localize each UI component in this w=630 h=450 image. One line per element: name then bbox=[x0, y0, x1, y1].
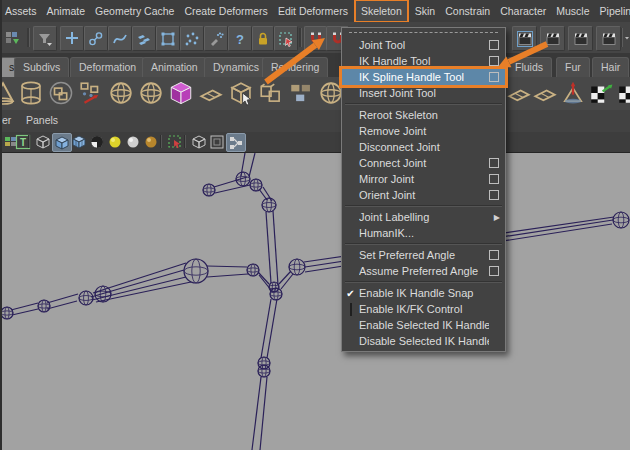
menu-item-enable-selected-ik-handles[interactable]: Enable Selected IK Handles bbox=[342, 317, 505, 333]
selection-marquee-icon[interactable] bbox=[166, 133, 184, 150]
shelf-tab-subdivs[interactable]: Subdivs bbox=[14, 57, 69, 77]
shelf-tab-fur[interactable]: Fur bbox=[556, 57, 590, 77]
main-menubar: AssetsAnimateGeometry CacheCreate Deform… bbox=[0, 0, 630, 23]
select-misc-icon[interactable]: ? bbox=[228, 26, 252, 51]
render-settings-icon[interactable] bbox=[596, 26, 621, 51]
shelf-plane-icon[interactable] bbox=[198, 80, 224, 106]
shelf-tab-deformation[interactable]: Deformation bbox=[70, 57, 145, 77]
menu-item-humanik-[interactable]: HumanIK... bbox=[342, 225, 505, 241]
menubar-item-character[interactable]: Character bbox=[495, 1, 551, 21]
option-box-icon[interactable] bbox=[489, 158, 499, 168]
shelf-plane2-icon[interactable] bbox=[506, 80, 532, 106]
menu-item-remove-joint[interactable]: Remove Joint bbox=[342, 123, 505, 139]
shelf-cube-circle-icon[interactable] bbox=[48, 80, 74, 106]
menubar-item-pipeline-cache[interactable]: Pipeline Cache bbox=[595, 1, 630, 21]
select-particles-icon[interactable] bbox=[180, 26, 204, 51]
shelf-tab-hair[interactable]: Hair bbox=[592, 57, 629, 77]
menu-item-disable-selected-ik-handles[interactable]: Disable Selected IK Handles bbox=[342, 333, 505, 349]
shelf-plane3-icon[interactable] bbox=[532, 80, 558, 106]
shelf-checker-flag-icon[interactable] bbox=[616, 80, 630, 106]
menubar-item-geometry-cache[interactable]: Geometry Cache bbox=[90, 1, 179, 21]
shelf-cone-icon[interactable] bbox=[0, 80, 16, 106]
shelf-sphere-icon[interactable] bbox=[108, 80, 134, 106]
shelf-tab-dynamics[interactable]: Dynamics bbox=[204, 57, 268, 77]
snap-grid-magnet-icon[interactable] bbox=[304, 26, 327, 51]
wireframe-mode-icon[interactable] bbox=[34, 133, 52, 150]
menubar-item-constrain[interactable]: Constrain bbox=[440, 1, 495, 21]
use-default-material-icon[interactable] bbox=[88, 133, 106, 150]
option-column bbox=[489, 266, 505, 276]
skeleton-dropdown-menu: Joint ToolIK Handle ToolIK Spline Handle… bbox=[341, 27, 506, 352]
menu-item-enable-ik-fk-control[interactable]: Enable IK/FK Control bbox=[342, 301, 505, 317]
lock-selection-icon[interactable] bbox=[252, 26, 274, 51]
toolbar-expand-arrow-icon[interactable] bbox=[623, 26, 630, 49]
lighting-white-sphere-icon[interactable] bbox=[124, 133, 142, 150]
option-box-icon[interactable] bbox=[489, 72, 499, 82]
shelf-cubes-arrow-icon[interactable] bbox=[78, 80, 104, 106]
menu-item-ik-handle-tool[interactable]: IK Handle Tool bbox=[342, 53, 505, 69]
isolate-cube-icon[interactable] bbox=[190, 133, 208, 150]
menu-item-joint-tool[interactable]: Joint Tool bbox=[342, 37, 505, 53]
option-box-icon[interactable] bbox=[489, 40, 499, 50]
panels-menu[interactable]: Panels bbox=[26, 110, 58, 131]
shelf-magenta-cube-icon[interactable] bbox=[168, 80, 194, 106]
shelf-cube-cursor-icon[interactable] bbox=[228, 80, 254, 106]
unchecked-dark-checkbox[interactable] bbox=[350, 303, 352, 316]
menubar-item-assets[interactable]: Assets bbox=[0, 1, 42, 21]
select-handles-icon[interactable] bbox=[60, 26, 84, 51]
menubar-item-animate[interactable]: Animate bbox=[42, 1, 91, 21]
select-curves-icon[interactable] bbox=[108, 26, 132, 51]
menu-item-insert-joint-tool[interactable]: Insert Joint Tool bbox=[342, 85, 505, 101]
filter-funnel-icon[interactable] bbox=[33, 26, 57, 51]
menu-item-assume-preferred-angle[interactable]: Assume Preferred Angle bbox=[342, 263, 505, 279]
menu-item-disconnect-joint[interactable]: Disconnect Joint bbox=[342, 139, 505, 155]
menu-tearoff-handle[interactable] bbox=[349, 32, 498, 34]
render-frame-icon[interactable] bbox=[512, 26, 537, 51]
shaded-mode-icon[interactable] bbox=[52, 133, 72, 152]
menu-item-joint-labelling[interactable]: Joint Labelling▶ bbox=[342, 209, 505, 225]
shelf-barrel-icon[interactable] bbox=[18, 80, 44, 106]
shelf-tab-animation[interactable]: Animation bbox=[142, 57, 207, 77]
option-box-icon[interactable] bbox=[489, 190, 499, 200]
frame-square-icon[interactable] bbox=[208, 133, 226, 150]
menu-item-set-preferred-angle[interactable]: Set Preferred Angle bbox=[342, 247, 505, 263]
viewport[interactable] bbox=[0, 152, 630, 450]
menubar-item-edit-deformers[interactable]: Edit Deformers bbox=[273, 1, 353, 21]
menubar-item-skeleton[interactable]: Skeleton bbox=[356, 1, 407, 21]
ipl-render-icon[interactable]: IPL bbox=[568, 26, 593, 51]
shelf-tab-fluids[interactable]: Fluids bbox=[506, 57, 552, 77]
select-lattices-icon[interactable] bbox=[156, 26, 180, 51]
shelf-cone-emitter-icon[interactable] bbox=[560, 80, 586, 106]
menu-item-orient-joint[interactable]: Orient Joint bbox=[342, 187, 505, 203]
shelf-panes-icon[interactable] bbox=[288, 80, 314, 106]
hypergraph-connector-icon[interactable] bbox=[226, 133, 246, 152]
menu-item-ik-spline-handle-tool[interactable]: IK Spline Handle Tool bbox=[342, 69, 505, 85]
menu-item-reroot-skeleton[interactable]: Reroot Skeleton bbox=[342, 107, 505, 123]
skeleton-wireframe[interactable] bbox=[0, 153, 630, 450]
select-rendering-icon[interactable] bbox=[204, 26, 228, 51]
option-box-icon[interactable] bbox=[489, 174, 499, 184]
menu-set-grid-icon[interactable] bbox=[2, 26, 24, 49]
option-box-icon[interactable] bbox=[489, 250, 499, 260]
option-box-icon[interactable] bbox=[489, 56, 499, 66]
textured-mode-icon[interactable] bbox=[70, 133, 88, 150]
menu-item-connect-joint[interactable]: Connect Joint bbox=[342, 155, 505, 171]
shelf-cube-pair-icon[interactable] bbox=[258, 80, 284, 106]
menubar-item-muscle[interactable]: Muscle bbox=[551, 1, 594, 21]
menubar-item-skin[interactable]: Skin bbox=[410, 1, 440, 21]
highlight-selection-icon[interactable] bbox=[274, 26, 298, 51]
shelf-checker-flag-green-icon[interactable] bbox=[588, 80, 614, 106]
renderer-menu-fragment[interactable]: er bbox=[2, 110, 11, 131]
select-joints-icon[interactable] bbox=[84, 26, 108, 51]
menu-item-mirror-joint[interactable]: Mirror Joint bbox=[342, 171, 505, 187]
shelf-sphere2-icon[interactable] bbox=[138, 80, 164, 106]
ipr-render-icon[interactable] bbox=[540, 26, 565, 51]
lighting-gold-sphere-icon[interactable] bbox=[142, 133, 160, 150]
option-box-icon[interactable] bbox=[489, 266, 499, 276]
menu-item-label: Disable Selected IK Handles bbox=[359, 335, 489, 347]
shelf-tab-rendering[interactable]: Rendering bbox=[262, 57, 328, 77]
menu-item-enable-ik-handle-snap[interactable]: ✔Enable IK Handle Snap bbox=[342, 285, 505, 301]
lighting-yellow-sphere-icon[interactable] bbox=[106, 133, 124, 150]
select-surfaces-icon[interactable] bbox=[132, 26, 156, 51]
menubar-item-create-deformers[interactable]: Create Deformers bbox=[179, 1, 272, 21]
